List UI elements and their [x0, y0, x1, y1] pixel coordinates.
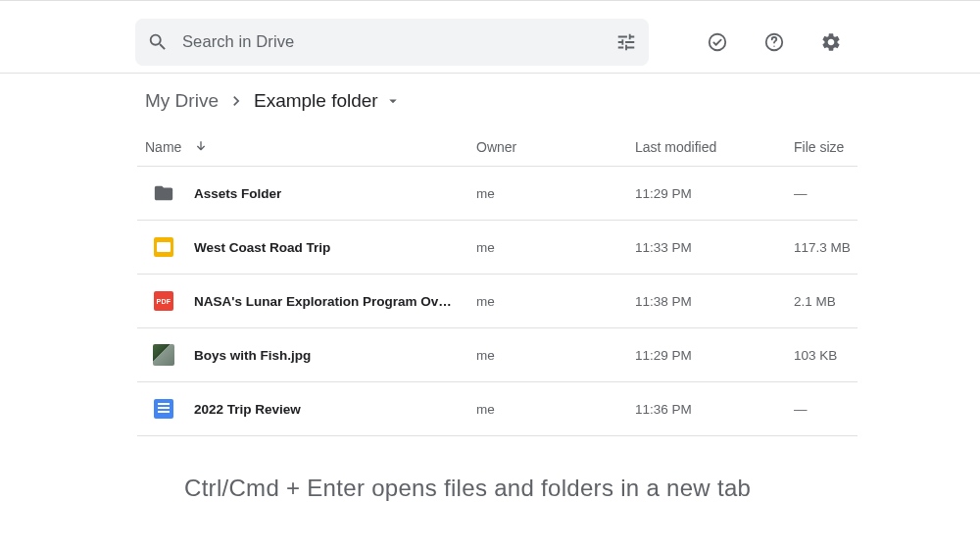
- file-name: NASA's Lunar Exploration Program Ov…: [194, 294, 452, 309]
- file-size: 117.3 MB: [794, 240, 858, 255]
- file-size: 103 KB: [794, 348, 858, 363]
- file-modified: 11:36 PM: [635, 402, 794, 417]
- table-row[interactable]: PDF NASA's Lunar Exploration Program Ov……: [137, 275, 858, 328]
- image-thumbnail-icon: [153, 344, 174, 366]
- svg-point-0: [710, 33, 726, 50]
- breadcrumb: My Drive Example folder: [145, 74, 980, 127]
- column-header-modified[interactable]: Last modified: [635, 139, 794, 155]
- file-size: —: [794, 186, 858, 201]
- file-modified: 11:29 PM: [635, 186, 794, 201]
- folder-icon: [153, 182, 174, 204]
- table-row[interactable]: Boys with Fish.jpg me 11:29 PM 103 KB: [137, 328, 858, 382]
- slides-icon: [153, 236, 174, 258]
- file-modified: 11:29 PM: [635, 348, 794, 363]
- table-row[interactable]: 2022 Trip Review me 11:36 PM —: [137, 382, 858, 436]
- table-row[interactable]: West Coast Road Trip me 11:33 PM 117.3 M…: [137, 221, 858, 275]
- search-bar[interactable]: Search in Drive: [135, 19, 649, 66]
- file-modified: 11:33 PM: [635, 240, 794, 255]
- search-placeholder: Search in Drive: [182, 32, 615, 51]
- column-header-name[interactable]: Name: [137, 139, 476, 155]
- offline-ready-button[interactable]: [698, 23, 737, 62]
- file-owner: me: [476, 348, 635, 363]
- help-button[interactable]: [755, 23, 794, 62]
- breadcrumb-parent[interactable]: My Drive: [145, 90, 219, 112]
- file-name: West Coast Road Trip: [194, 240, 330, 255]
- file-table: Name Owner Last modified File size Asset…: [137, 127, 858, 436]
- file-owner: me: [476, 186, 635, 201]
- keyboard-hint: Ctrl/Cmd + Enter opens files and folders…: [184, 475, 751, 502]
- svg-point-2: [773, 45, 774, 46]
- file-modified: 11:38 PM: [635, 294, 794, 309]
- file-name: Assets Folder: [194, 186, 281, 201]
- header-actions: [698, 23, 851, 62]
- file-owner: me: [476, 294, 635, 309]
- file-size: 2.1 MB: [794, 294, 858, 309]
- column-header-size[interactable]: File size: [794, 139, 858, 155]
- docs-icon: [153, 398, 174, 420]
- help-icon: [763, 31, 785, 53]
- search-icon: [147, 31, 169, 53]
- chevron-right-icon: [226, 91, 246, 111]
- settings-button[interactable]: [811, 23, 851, 62]
- sort-arrow-down-icon: [193, 139, 209, 155]
- file-name: 2022 Trip Review: [194, 402, 301, 417]
- file-name: Boys with Fish.jpg: [194, 348, 311, 363]
- dropdown-caret-icon: [384, 92, 402, 110]
- check-circle-icon: [707, 31, 728, 53]
- file-owner: me: [476, 240, 635, 255]
- pdf-icon: PDF: [153, 290, 174, 312]
- header-bar: Search in Drive: [0, 1, 980, 74]
- gear-icon: [820, 31, 842, 53]
- file-owner: me: [476, 402, 635, 417]
- column-header-owner[interactable]: Owner: [476, 139, 635, 155]
- table-row[interactable]: Assets Folder me 11:29 PM —: [137, 167, 858, 221]
- search-filter-icon[interactable]: [615, 31, 637, 53]
- table-header-row: Name Owner Last modified File size: [137, 127, 858, 167]
- breadcrumb-current[interactable]: Example folder: [254, 90, 402, 112]
- file-size: —: [794, 402, 858, 417]
